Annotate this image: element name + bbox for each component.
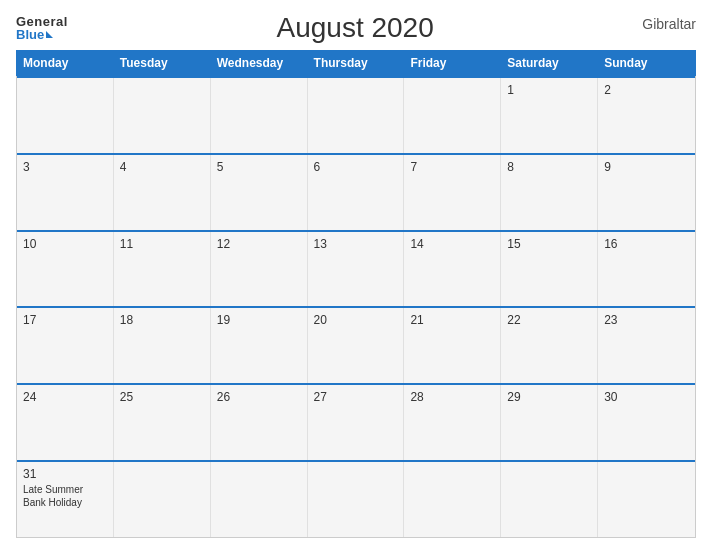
calendar-row: 17181920212223 [17,306,695,383]
calendar-cell: 23 [598,308,695,383]
day-number: 15 [507,237,591,251]
logo: General Blue [16,15,68,41]
day-number: 7 [410,160,494,174]
calendar-header: MondayTuesdayWednesdayThursdayFridaySatu… [16,50,696,76]
calendar-cell: 1 [501,78,598,153]
calendar-cell: 14 [404,232,501,307]
day-number: 24 [23,390,107,404]
calendar-cell: 30 [598,385,695,460]
day-number: 9 [604,160,689,174]
calendar-cell: 21 [404,308,501,383]
day-number: 10 [23,237,107,251]
calendar-cell [404,462,501,537]
calendar-cell: 19 [211,308,308,383]
calendar-cell: 29 [501,385,598,460]
calendar-header-cell: Tuesday [114,51,211,75]
day-number: 4 [120,160,204,174]
calendar-header-cell: Thursday [308,51,405,75]
calendar-page: General Blue August 2020 Gibraltar Monda… [0,0,712,550]
calendar-cell: 15 [501,232,598,307]
calendar-cell: 12 [211,232,308,307]
day-number: 8 [507,160,591,174]
day-number: 17 [23,313,107,327]
calendar-cell: 5 [211,155,308,230]
calendar-cell: 20 [308,308,405,383]
calendar-body: 1234567891011121314151617181920212223242… [16,76,696,538]
calendar-cell [404,78,501,153]
logo-blue-text: Blue [16,28,53,41]
day-number: 31 [23,467,107,481]
day-number: 12 [217,237,301,251]
calendar-cell: 2 [598,78,695,153]
calendar-cell [308,78,405,153]
calendar-cell: 4 [114,155,211,230]
logo-triangle-icon [46,31,53,38]
location-label: Gibraltar [642,16,696,32]
day-number: 23 [604,313,689,327]
calendar-header-cell: Saturday [501,51,598,75]
day-number: 22 [507,313,591,327]
day-number: 13 [314,237,398,251]
day-number: 18 [120,313,204,327]
day-number: 25 [120,390,204,404]
day-number: 14 [410,237,494,251]
calendar-header-cell: Wednesday [211,51,308,75]
day-number: 6 [314,160,398,174]
calendar-cell: 11 [114,232,211,307]
calendar-cell [114,462,211,537]
page-title: August 2020 [68,12,642,44]
calendar-cell: 17 [17,308,114,383]
calendar-row: 10111213141516 [17,230,695,307]
calendar-cell: 8 [501,155,598,230]
calendar-cell: 3 [17,155,114,230]
calendar-row: 24252627282930 [17,383,695,460]
calendar-cell: 25 [114,385,211,460]
day-number: 21 [410,313,494,327]
calendar-cell [598,462,695,537]
day-number: 19 [217,313,301,327]
calendar-cell [211,78,308,153]
calendar-cell: 28 [404,385,501,460]
calendar-header-cell: Monday [17,51,114,75]
calendar-cell [114,78,211,153]
calendar-cell [308,462,405,537]
calendar: MondayTuesdayWednesdayThursdayFridaySatu… [16,50,696,538]
day-number: 26 [217,390,301,404]
calendar-cell: 13 [308,232,405,307]
day-number: 16 [604,237,689,251]
calendar-cell [501,462,598,537]
calendar-cell: 7 [404,155,501,230]
day-number: 5 [217,160,301,174]
calendar-cell: 31Late Summer Bank Holiday [17,462,114,537]
day-number: 28 [410,390,494,404]
calendar-row: 3456789 [17,153,695,230]
calendar-cell [211,462,308,537]
calendar-header-cell: Sunday [598,51,695,75]
day-number: 3 [23,160,107,174]
calendar-cell: 10 [17,232,114,307]
header: General Blue August 2020 Gibraltar [16,12,696,44]
calendar-cell: 27 [308,385,405,460]
day-number: 29 [507,390,591,404]
calendar-cell: 6 [308,155,405,230]
day-number: 1 [507,83,591,97]
calendar-row: 12 [17,76,695,153]
day-event: Late Summer Bank Holiday [23,483,107,509]
calendar-cell: 9 [598,155,695,230]
calendar-cell: 24 [17,385,114,460]
calendar-header-cell: Friday [404,51,501,75]
day-number: 20 [314,313,398,327]
day-number: 11 [120,237,204,251]
calendar-cell: 16 [598,232,695,307]
calendar-cell: 18 [114,308,211,383]
calendar-row: 31Late Summer Bank Holiday [17,460,695,537]
day-number: 2 [604,83,689,97]
day-number: 30 [604,390,689,404]
calendar-cell: 22 [501,308,598,383]
calendar-cell [17,78,114,153]
day-number: 27 [314,390,398,404]
calendar-cell: 26 [211,385,308,460]
